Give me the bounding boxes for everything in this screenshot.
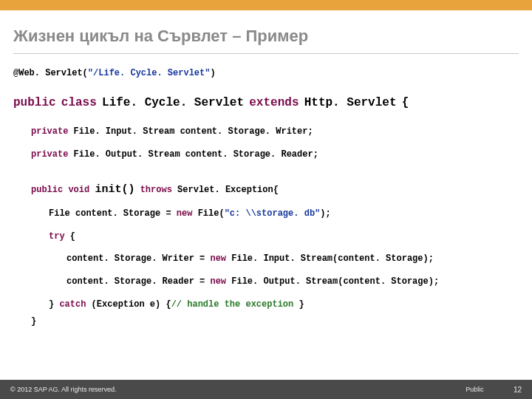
file-a: File content. Storage =	[49, 208, 177, 219]
annotation-line: @Web. Servlet("/Life. Cycle. Servlet")	[13, 67, 519, 80]
kw-try: try	[49, 231, 65, 242]
kw-new: new	[177, 208, 193, 219]
close-brace: }	[31, 316, 36, 327]
super-class: Http. Servlet	[304, 96, 397, 109]
file-line: File content. Storage = new File("c: \\s…	[13, 208, 519, 220]
footer-right: Public 12	[466, 386, 522, 394]
reader-line: content. Storage. Reader = new File. Out…	[13, 276, 519, 288]
method-name: init()	[95, 183, 134, 196]
try-brace: {	[65, 231, 75, 242]
catch-a: }	[49, 299, 59, 310]
footer: © 2012 SAP AG. All rights reserved. Publ…	[0, 380, 532, 399]
kw-throws: throws	[140, 185, 172, 195]
field2-line: private File. Output. Stream content. St…	[13, 149, 519, 161]
field2-rest: File. Output. Stream content. Storage. R…	[68, 149, 318, 160]
kw-new: new	[210, 253, 226, 264]
title-divider	[13, 53, 519, 54]
file-path: "c: \\storage. db"	[225, 208, 321, 219]
field1-rest: File. Input. Stream content. Storage. Wr…	[68, 126, 313, 137]
catch-line: } catch (Exception e) {// handle the exc…	[13, 299, 519, 311]
catch-b: (Exception e) {	[86, 299, 171, 310]
annotation-close: )	[210, 68, 215, 78]
kw-catch: catch	[59, 299, 86, 310]
writer-b: File. Input. Stream(content. Storage);	[226, 253, 434, 264]
reader-a: content. Storage. Reader =	[66, 276, 210, 287]
kw-class: class	[61, 96, 97, 109]
kw-new: new	[210, 276, 226, 287]
page-number: 12	[514, 386, 522, 394]
try-line: try {	[13, 231, 519, 243]
slide-title: Жизнен цикъл на Сървлет – Пример	[0, 10, 532, 53]
close-brace-line: }	[13, 316, 519, 328]
kw-private: private	[31, 126, 68, 137]
annotation-url: "/Life. Cycle. Servlet"	[88, 68, 211, 78]
kw-extends: extends	[249, 96, 299, 109]
open-brace: {	[402, 96, 409, 109]
code-block: @Web. Servlet("/Life. Cycle. Servlet") p…	[0, 67, 532, 328]
class-decl-line: public class Life. Cycle. Servlet extend…	[13, 95, 519, 111]
throws-rest: Servlet. Exception{	[172, 185, 279, 195]
file-c: );	[320, 208, 330, 219]
writer-line: content. Storage. Writer = new File. Inp…	[13, 253, 519, 265]
file-b: File(	[192, 208, 224, 219]
kw-void: void	[68, 185, 89, 195]
annotation-prefix: @Web. Servlet(	[13, 68, 88, 78]
class-name: Life. Cycle. Servlet	[102, 96, 244, 109]
copyright: © 2012 SAP AG. All rights reserved.	[10, 386, 117, 393]
field1-line: private File. Input. Stream content. Sto…	[13, 126, 519, 138]
accent-bar	[0, 0, 532, 10]
catch-c: }	[299, 299, 304, 310]
writer-a: content. Storage. Writer =	[66, 253, 210, 264]
footer-label: Public	[466, 386, 484, 393]
kw-private: private	[31, 149, 68, 160]
reader-b: File. Output. Stream(content. Storage);	[226, 276, 439, 287]
kw-public: public	[31, 185, 63, 195]
comment: // handle the exception	[171, 299, 299, 310]
method-decl-line: public void init() throws Servlet. Excep…	[13, 182, 519, 197]
kw-public: public	[13, 96, 56, 109]
